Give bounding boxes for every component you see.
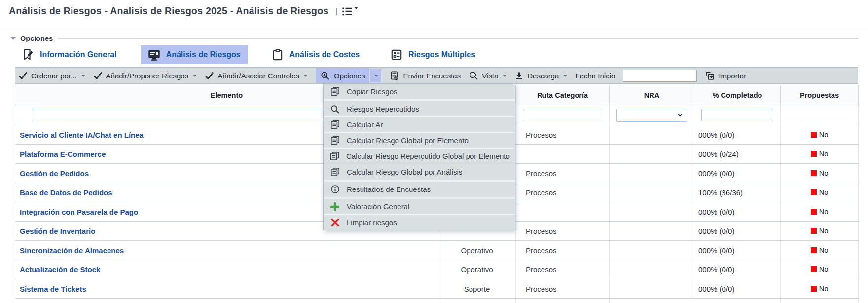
opciones-button[interactable]: Opciones [316, 68, 381, 83]
vista-label: Vista [482, 72, 498, 80]
column-header-completado: % Completado [694, 85, 781, 105]
elemento-link[interactable]: Actualización de Stock [16, 265, 100, 274]
anadir-proponer-riesgos-button[interactable]: Añadir/Proponer Riesgos [93, 71, 197, 80]
completado-filter-input[interactable] [701, 109, 773, 121]
copy-icon [329, 86, 340, 97]
caret-down-icon [374, 75, 378, 77]
column-header-nra: NRA [610, 85, 694, 105]
elemento-cell: Actualización de Stock [15, 260, 438, 279]
list-menu-button[interactable] [342, 6, 358, 16]
x-icon [329, 218, 340, 227]
menu-item-calcular-ar[interactable]: Calcular Ar [324, 116, 515, 132]
ruta-categoria-cell: Procesos [516, 299, 610, 303]
anadir-asociar-controles-label: Añadir/Asociar Controles [217, 72, 299, 80]
tab-analisis-de-costes[interactable]: Análisis de Costes [264, 45, 366, 64]
nra-cell [610, 222, 694, 241]
menu-item-valoracion-general[interactable]: Valoración General [324, 199, 515, 214]
propuestas-cell: No [781, 241, 859, 260]
collapse-triangle-icon[interactable] [11, 37, 16, 40]
fecha-inicio-label: Fecha Inicio [575, 72, 615, 80]
page-title: Análisis de Riesgos - Analisis de Riesgo… [9, 5, 328, 17]
ruta-categoria-filter-input[interactable] [523, 109, 602, 121]
importar-button[interactable]: Importar [705, 71, 746, 81]
ruta-categoria-cell: Procesos [516, 241, 610, 260]
tab-label: Riesgos Múltiples [408, 50, 475, 59]
elemento-link[interactable]: Sincronización de Almacenes [16, 246, 124, 255]
menu-item-riesgos-repercutidos[interactable]: Riesgos Repercutidos [324, 101, 515, 116]
ruta-categoria-filter-cell [516, 105, 610, 125]
menu-item-label: Calcular Riesgo Global por Análisis [347, 168, 462, 176]
caret-down-icon [563, 75, 567, 77]
tab-label: Análisis de Costes [289, 50, 360, 59]
categoria-cell: Operativo [438, 241, 516, 260]
propuestas-cell: No [781, 145, 859, 164]
menu-group: Copiar Riesgos [324, 84, 515, 101]
title-bar: Análisis de Riesgos - Analisis de Riesgo… [9, 5, 358, 17]
menu-item-limpiar-riesgos[interactable]: Limpiar riesgos [324, 214, 515, 230]
ordenar-por-button[interactable]: Ordenar por... [18, 71, 85, 80]
title-separator: | [335, 6, 337, 16]
zoom-in-icon [320, 71, 330, 80]
propuesta-value: No [819, 131, 829, 139]
menu-group: Riesgos RepercutidosCalcular ArCalcular … [324, 101, 515, 182]
menu-item-calcular-riesgo-global-por-analisis[interactable]: Calcular Riesgo Global por Análisis [324, 164, 515, 180]
propuesta-flag-icon [811, 228, 817, 234]
plus-icon [329, 202, 340, 212]
anadir-asociar-controles-button[interactable]: Añadir/Asociar Controles [205, 71, 308, 80]
table-row: Atención al ClienteSoporteProcesos000% (… [15, 299, 859, 303]
nra-filter-select[interactable] [616, 109, 687, 122]
ruta-categoria-cell [516, 202, 610, 222]
elemento-cell: Sistema de Tickets [15, 279, 438, 299]
clipboard-icon [271, 48, 284, 61]
section-label: Opciones [20, 35, 53, 42]
vista-button[interactable]: Vista [469, 71, 506, 80]
menu-item-resultados-de-encuestas[interactable]: Resultados de Encuestas [324, 182, 515, 197]
descarga-label: Descarga [527, 72, 559, 80]
fecha-inicio-input[interactable] [623, 70, 697, 82]
menu-item-label: Calcular Ar [347, 120, 383, 129]
elemento-link[interactable]: Base de Datos de Pedidos [16, 189, 112, 197]
elemento-link[interactable]: Servicio al Cliente IA/Chat en Línea [16, 131, 144, 139]
descarga-button[interactable]: Descarga [514, 71, 567, 80]
menu-item-label: Riesgos Repercutidos [347, 105, 419, 113]
elemento-link[interactable]: Gestión de Inventario [16, 227, 95, 235]
toolbar: Ordenar por... Añadir/Proponer Riesgos A… [15, 67, 858, 84]
nra-cell [610, 241, 694, 260]
menu-item-calcular-riesgo-repercutido-global-por-elemento[interactable]: Calcular Riesgo Repercutido Global por E… [324, 148, 515, 164]
completado-cell: 100% (36/36) [694, 183, 781, 202]
enviar-encuestas-button[interactable]: Enviar Encuestas [389, 71, 461, 81]
propuestas-cell: No [781, 299, 859, 303]
bookmark-edit-icon [22, 48, 35, 61]
table-row: Actualización de StockOperativoProcesos0… [15, 260, 859, 279]
completado-cell: 000% (0/24) [694, 145, 781, 164]
propuesta-flag-icon [811, 266, 817, 272]
propuesta-value: No [819, 150, 829, 158]
caret-down-icon [81, 75, 85, 77]
completado-cell: 000% (0/0) [694, 241, 781, 260]
menu-item-copiar-riesgos[interactable]: Copiar Riesgos [324, 84, 515, 99]
completado-cell: 000% (0/0) [694, 299, 781, 303]
section-divider [58, 38, 858, 39]
caret-down-icon [354, 7, 358, 9]
top-divider [0, 29, 868, 29]
tab-analisis-de-riesgos[interactable]: Análisis de Riesgos [141, 45, 248, 64]
completado-cell: 000% (0/0) [694, 164, 781, 183]
menu-item-calcular-riesgo-global-por-elemento[interactable]: Calcular Riesgo Global por Elemento [324, 132, 515, 148]
propuesta-value: No [819, 285, 829, 293]
search-icon [329, 104, 340, 114]
tab-informacion-general[interactable]: Información General [15, 45, 124, 64]
nra-cell [610, 183, 694, 202]
propuesta-flag-icon [811, 286, 817, 292]
ruta-categoria-cell: Procesos [516, 260, 610, 279]
tab-riesgos-multiples[interactable]: Riesgos Múltiples [383, 45, 482, 64]
elemento-link[interactable]: Gestión de Pedidos [16, 169, 89, 178]
completado-cell: 000% (0/0) [694, 279, 781, 299]
caret-down-icon [503, 75, 506, 77]
propuestas-cell: No [781, 260, 859, 279]
menu-item-label: Copiar Riesgos [347, 87, 398, 96]
elemento-link[interactable]: Integración con Pasarela de Pago [16, 208, 138, 216]
elemento-link[interactable]: Plataforma E-Commerce [16, 150, 106, 158]
menu-item-label: Valoración General [347, 202, 409, 211]
elemento-link[interactable]: Sistema de Tickets [16, 285, 86, 293]
completado-cell: 000% (0/0) [694, 125, 781, 145]
